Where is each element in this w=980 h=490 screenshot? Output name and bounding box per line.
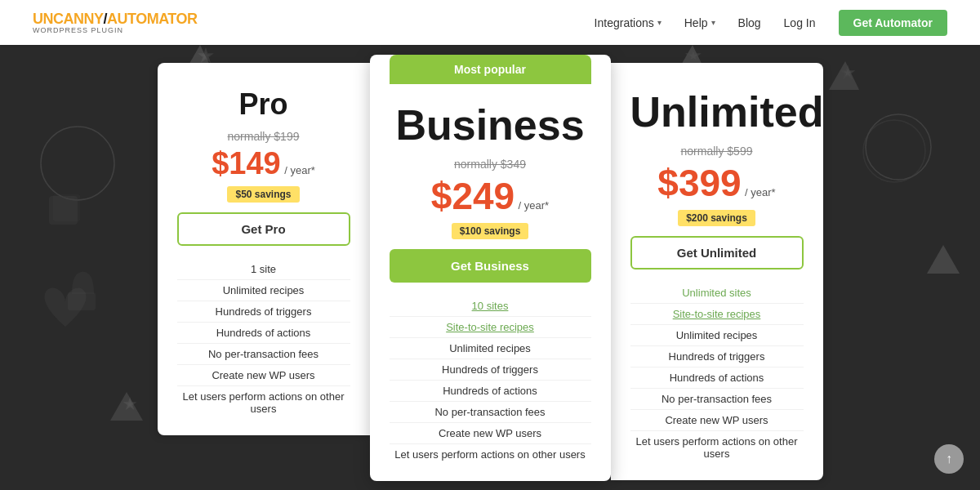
get-automator-button[interactable]: Get Automator [839,10,947,36]
unlimited-feature-list: Unlimited sites Site-to-site recipes Unl… [630,283,804,464]
nav: Integrations ▾ Help ▾ Blog Log In Get Au… [595,10,947,36]
unlimited-sale-price: $399 [657,161,741,205]
list-item: 10 sites [390,296,591,317]
logo-automator: AUTOMATOR [107,11,198,27]
list-item: Create new WP users [177,365,350,386]
list-item: Hundreds of actions [177,323,350,344]
scroll-to-top-button[interactable]: ↑ [934,444,964,474]
pro-plan-card: Pro normally $199 $149 / year* $50 savin… [158,63,370,435]
pro-plan-name: Pro [177,87,350,122]
list-item: Site-to-site recipes [630,304,804,325]
business-per-year: / year* [519,199,550,212]
business-normal-price: normally $349 [390,158,591,171]
get-unlimited-button[interactable]: Get Unlimited [630,236,804,270]
list-item: Create new WP users [630,410,804,431]
list-item: Hundreds of actions [630,368,804,389]
business-savings-badge: $100 savings [452,223,529,239]
list-item: Site-to-site recipes [390,317,591,338]
pricing-container: Pro normally $199 $149 / year* $50 savin… [158,63,823,481]
logo: UNCANNY/AUTOMATOR WORDPRESS PLUGIN [33,11,198,34]
business-feature-list: 10 sites Site-to-site recipes Unlimited … [390,296,591,465]
business-plan-name: Business [390,100,591,149]
list-item: Let users perform actions on other users [630,431,804,464]
header: UNCANNY/AUTOMATOR WORDPRESS PLUGIN Integ… [0,0,980,45]
list-item: Hundreds of triggers [177,301,350,323]
pro-savings-badge: $50 savings [227,186,299,203]
pro-per-year: / year* [284,164,315,176]
list-item: Unlimited sites [630,283,804,304]
pro-feature-list: 1 site Unlimited recipes Hundreds of tri… [177,259,350,419]
get-business-button[interactable]: Get Business [390,249,591,283]
business-plan-card: Most popular Business normally $349 $249… [370,55,611,481]
chevron-down-icon: ▾ [657,18,662,27]
pro-sale-price: $149 [212,146,281,181]
list-item: Unlimited recipes [390,338,591,359]
list-item: 1 site [177,259,350,280]
logo-text: UNCANNY/AUTOMATOR [33,11,198,28]
list-item: Hundreds of triggers [630,346,804,368]
list-item: Hundreds of triggers [390,359,591,381]
pro-normal-price: normally $199 [177,130,350,143]
list-item: Unlimited recipes [630,325,804,346]
business-sale-price: $249 [431,174,514,218]
nav-help[interactable]: Help ▾ [684,16,715,29]
list-item: No per-transaction fees [390,402,591,423]
unlimited-savings-badge: $200 savings [678,210,755,226]
list-item: No per-transaction fees [177,344,350,365]
chevron-down-icon: ▾ [711,18,715,27]
unlimited-plan-card: Unlimited normally $599 $399 / year* $20… [611,63,823,480]
list-item: Let users perform actions on other users [177,386,350,419]
list-item: Let users perform actions on other users [390,444,591,465]
nav-integrations[interactable]: Integrations ▾ [595,16,662,29]
logo-uncanny: UNCANNY [33,11,104,27]
list-item: No per-transaction fees [630,389,804,410]
nav-blog[interactable]: Blog [738,16,761,29]
list-item: Unlimited recipes [177,280,350,301]
unlimited-plan-name: Unlimited [630,87,804,136]
unlimited-normal-price: normally $599 [630,145,804,158]
nav-login[interactable]: Log In [784,16,816,29]
main-content: Pro normally $199 $149 / year* $50 savin… [0,45,980,490]
most-popular-badge: Most popular [390,55,591,84]
get-pro-button[interactable]: Get Pro [177,212,350,246]
unlimited-per-year: / year* [745,186,776,198]
list-item: Hundreds of actions [390,381,591,402]
list-item: Create new WP users [390,423,591,444]
